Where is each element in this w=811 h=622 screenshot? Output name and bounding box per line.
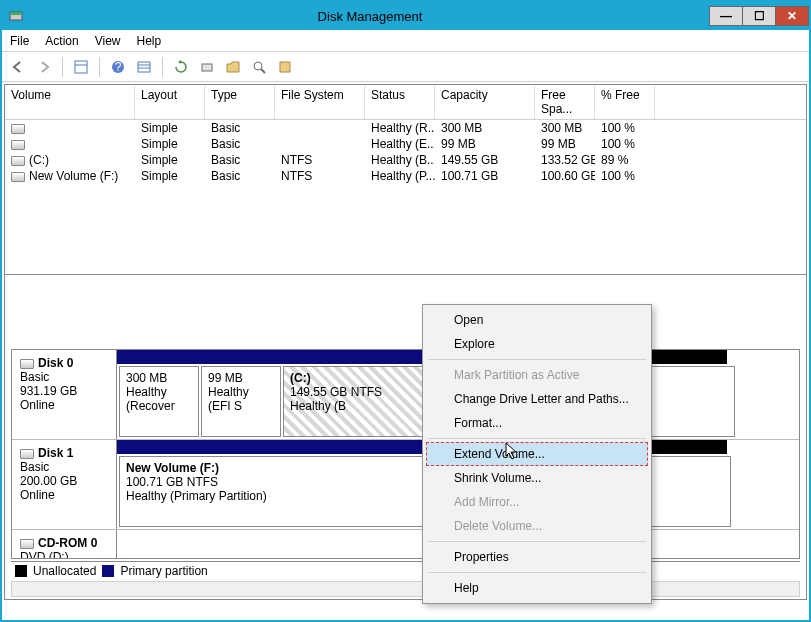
menu-view[interactable]: View (95, 34, 121, 48)
column-percent[interactable]: % Free (595, 85, 655, 119)
list-icon[interactable] (134, 57, 154, 77)
menu-format[interactable]: Format... (426, 411, 648, 435)
menu-mark-active: Mark Partition as Active (426, 363, 648, 387)
legend-unallocated-swatch (15, 565, 27, 577)
svg-rect-9 (202, 64, 212, 71)
menu-shrink-volume[interactable]: Shrink Volume... (426, 466, 648, 490)
view-icon[interactable] (71, 57, 91, 77)
menu-action[interactable]: Action (45, 34, 78, 48)
disk-info: CD-ROM 0DVD (D:)No Media (12, 530, 117, 559)
app-icon (8, 8, 24, 24)
disk-info: Disk 1Basic200.00 GBOnline (12, 440, 117, 529)
menu-delete-volume: Delete Volume... (426, 514, 648, 538)
column-free[interactable]: Free Spa... (535, 85, 595, 119)
content-panel: Volume Layout Type File System Status Ca… (4, 84, 807, 600)
volume-row[interactable]: SimpleBasicHealthy (R...300 MB300 MB100 … (5, 120, 806, 136)
partition-box[interactable]: 300 MBHealthy (Recover (119, 366, 199, 437)
menu-explore[interactable]: Explore (426, 332, 648, 356)
svg-rect-2 (75, 61, 87, 73)
column-capacity[interactable]: Capacity (435, 85, 535, 119)
column-filesystem[interactable]: File System (275, 85, 365, 119)
disk-row: Disk 0Basic931.19 GBOnline300 MBHealthy … (12, 350, 799, 440)
disk-panel: Disk 0Basic931.19 GBOnline300 MBHealthy … (11, 349, 800, 559)
close-button[interactable]: ✕ (775, 6, 809, 26)
disk-icon[interactable] (197, 57, 217, 77)
svg-rect-1 (10, 12, 22, 15)
window-title: Disk Management (30, 9, 710, 24)
volume-row[interactable]: (C:)SimpleBasicNTFSHealthy (B...149.55 G… (5, 152, 806, 168)
menu-help-item[interactable]: Help (426, 576, 648, 600)
menu-extend-volume[interactable]: Extend Volume... (426, 442, 648, 466)
column-volume[interactable]: Volume (5, 85, 135, 119)
volume-row[interactable]: New Volume (F:)SimpleBasicNTFSHealthy (P… (5, 168, 806, 184)
settings-icon[interactable] (275, 57, 295, 77)
svg-text:?: ? (115, 60, 122, 74)
maximize-button[interactable]: ☐ (742, 6, 776, 26)
svg-rect-12 (280, 62, 290, 72)
svg-rect-6 (138, 62, 150, 72)
legend-primary-swatch (102, 565, 114, 577)
disk-row: CD-ROM 0DVD (D:)No Media (12, 530, 799, 559)
partition-box[interactable]: 99 MBHealthy (EFI S (201, 366, 281, 437)
disk-row: Disk 1Basic200.00 GBOnlineNew Volume (F:… (12, 440, 799, 530)
app-window: Disk Management — ☐ ✕ File Action View H… (0, 0, 811, 622)
volume-list: Volume Layout Type File System Status Ca… (5, 85, 806, 275)
legend: Unallocated Primary partition (11, 561, 800, 579)
help-icon[interactable]: ? (108, 57, 128, 77)
forward-button[interactable] (34, 57, 54, 77)
refresh-icon[interactable] (171, 57, 191, 77)
open-icon[interactable] (223, 57, 243, 77)
horizontal-scrollbar[interactable] (11, 581, 800, 597)
menu-change-letter[interactable]: Change Drive Letter and Paths... (426, 387, 648, 411)
svg-line-11 (261, 69, 265, 73)
menu-properties[interactable]: Properties (426, 545, 648, 569)
menubar: File Action View Help (2, 30, 809, 52)
minimize-button[interactable]: — (709, 6, 743, 26)
menu-help[interactable]: Help (137, 34, 162, 48)
column-layout[interactable]: Layout (135, 85, 205, 119)
svg-point-10 (254, 62, 262, 70)
menu-add-mirror: Add Mirror... (426, 490, 648, 514)
toolbar: ? (2, 52, 809, 82)
legend-primary-label: Primary partition (120, 564, 207, 578)
titlebar: Disk Management — ☐ ✕ (2, 2, 809, 30)
menu-open[interactable]: Open (426, 308, 648, 332)
column-status[interactable]: Status (365, 85, 435, 119)
volume-row[interactable]: SimpleBasicHealthy (E...99 MB99 MB100 % (5, 136, 806, 152)
context-menu: Open Explore Mark Partition as Active Ch… (422, 304, 652, 604)
search-icon[interactable] (249, 57, 269, 77)
column-headers: Volume Layout Type File System Status Ca… (5, 85, 806, 120)
menu-file[interactable]: File (10, 34, 29, 48)
disk-info: Disk 0Basic931.19 GBOnline (12, 350, 117, 439)
legend-unallocated-label: Unallocated (33, 564, 96, 578)
back-button[interactable] (8, 57, 28, 77)
column-type[interactable]: Type (205, 85, 275, 119)
